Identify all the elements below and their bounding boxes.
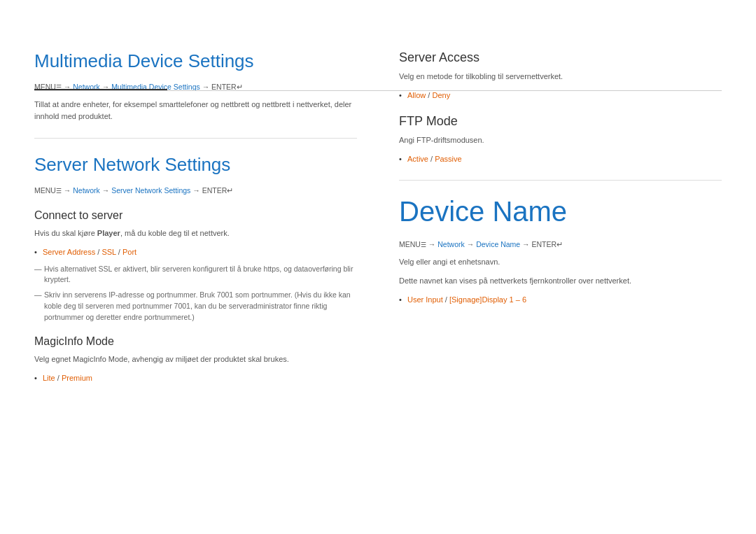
ftp-mode-description: Angi FTP-driftsmodusen. [399,134,722,146]
active-link[interactable]: Active [407,155,428,163]
user-input-bullet: User Input / [Signage]Display 1 – 6 [399,294,722,306]
server-network-settings-section: Server Network Settings MENU☰ → Network … [34,154,357,384]
ftp-mode-bullets: Active / Passive [399,153,722,165]
multimedia-menu-path: MENU☰ → Network → Multimedia Device Sett… [34,82,357,93]
magicinfo-mode-title: MagicInfo Mode [34,335,357,348]
passive-link[interactable]: Passive [435,155,462,163]
ssl-link[interactable]: SSL [102,248,115,256]
deny-link[interactable]: Deny [432,91,450,99]
device-name-link[interactable]: Device Name [476,240,520,248]
ssl-note: Hvis alternativet SSL er aktivert, blir … [34,264,357,286]
section-divider-1 [34,138,357,139]
connect-to-server-description: Hvis du skal kjøre Player, må du koble d… [34,227,357,239]
server-network-settings-link[interactable]: Server Network Settings [111,186,190,195]
ftp-mode-section: FTP Mode Angi FTP-driftsmodusen. Active … [399,114,722,165]
user-input-link[interactable]: User Input [407,295,443,304]
device-name-title: Device Name [399,196,722,227]
multimedia-description: Tillat at andre enheter, for eksempel sm… [34,99,357,122]
menu-icon-2: MENU☰ [34,186,62,195]
device-name-bullets: User Input / [Signage]Display 1 – 6 [399,294,722,306]
connect-to-server-bullets: Server Address / SSL / Port [34,246,357,258]
ftp-mode-title: FTP Mode [399,114,722,129]
server-address-link[interactable]: Server Address [43,248,95,256]
magicinfo-mode-subsection: MagicInfo Mode Velg egnet MagicInfo Mode… [34,335,357,384]
server-access-section: Server Access Velg en metode for tilkobl… [399,50,722,101]
allow-deny-bullet: Allow / Deny [399,90,722,101]
multimedia-device-settings-section: Multimedia Device Settings MENU☰ → Netwo… [34,50,357,122]
page-container: Multimedia Device Settings MENU☰ → Netwo… [0,50,756,534]
multimedia-device-settings-title: Multimedia Device Settings [34,50,357,72]
signage-display-link[interactable]: [Signage]Display 1 – 6 [449,295,526,304]
left-column: Multimedia Device Settings MENU☰ → Netwo… [34,50,357,397]
device-name-description2: Dette navnet kan vises på nettverkets fj… [399,275,722,287]
server-access-title: Server Access [399,50,722,65]
active-passive-bullet: Active / Passive [399,153,722,165]
server-network-settings-title: Server Network Settings [34,154,357,176]
device-name-section: Device Name MENU☰ → Network → Device Nam… [399,196,722,305]
network-link-2[interactable]: Network [73,186,100,195]
server-network-menu-path: MENU☰ → Network → Server Network Setting… [34,185,357,197]
device-name-menu-path: MENU☰ → Network → Device Name → ENTER↵ [399,239,722,251]
magicinfo-description: Velg egnet MagicInfo Mode, avhengig av m… [34,353,357,365]
section-divider-2 [399,180,722,181]
lite-premium-bullet: Lite / Premium [34,372,357,384]
lite-link[interactable]: Lite [43,374,55,382]
port-link[interactable]: Port [122,248,136,256]
connect-to-server-title: Connect to server [34,209,357,222]
magicinfo-bullets: Lite / Premium [34,372,357,384]
ip-note: Skriv inn serverens IP-adresse og portnu… [34,290,357,323]
connect-to-server-subsection: Connect to server Hvis du skal kjøre Pla… [34,209,357,323]
server-address-bullet: Server Address / SSL / Port [34,246,357,258]
menu-icon-3: MENU☰ [399,240,426,248]
premium-link[interactable]: Premium [62,374,92,382]
server-access-bullets: Allow / Deny [399,90,722,101]
magicinfo-mode-link[interactable]: MagicInfo Mode [73,355,127,363]
server-access-description: Velg en metode for tilkobling til server… [399,71,722,83]
allow-link[interactable]: Allow [407,91,426,99]
device-name-description1: Velg eller angi et enhetsnavn. [399,256,722,268]
right-column: Server Access Velg en metode for tilkobl… [399,50,722,397]
network-link-3[interactable]: Network [438,240,465,248]
